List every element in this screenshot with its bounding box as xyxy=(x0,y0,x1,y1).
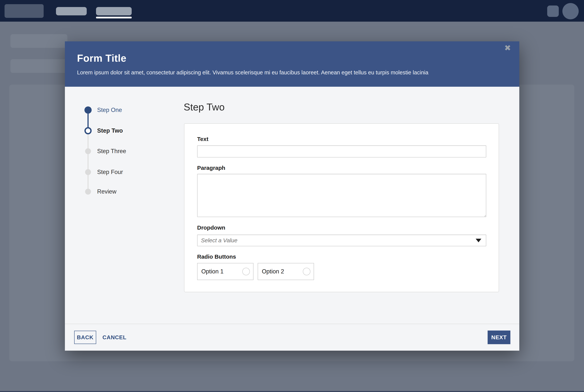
modal-footer: BACK CANCEL NEXT xyxy=(65,324,519,351)
paragraph-field-label: Paragraph xyxy=(197,165,225,171)
stepper-item-step-one[interactable]: Step One xyxy=(97,107,122,114)
radio-option-label: Option 2 xyxy=(262,268,303,275)
radio-option-label: Option 1 xyxy=(201,268,242,275)
modal-body: Step One Step Two Step Three Step Four R… xyxy=(65,87,519,324)
cancel-button[interactable]: CANCEL xyxy=(102,334,126,340)
paragraph-textarea[interactable] xyxy=(197,174,486,217)
stepper-item-step-four[interactable]: Step Four xyxy=(97,169,123,176)
step-dot-current[interactable] xyxy=(84,127,92,134)
form-wizard-modal: Form Title Lorem ipsum dolor sit amet, c… xyxy=(65,41,519,351)
nav-item-placeholder-active[interactable] xyxy=(96,7,132,15)
step-dot-upcoming[interactable] xyxy=(85,189,91,195)
dropdown-select[interactable]: Select a Value xyxy=(197,234,486,246)
close-icon[interactable]: ✖ xyxy=(504,44,511,52)
radio-group-label: Radio Buttons xyxy=(197,254,236,260)
stepper-item-review[interactable]: Review xyxy=(97,188,116,195)
stepper-item-step-three[interactable]: Step Three xyxy=(97,148,126,155)
app-switcher-icon[interactable] xyxy=(547,6,559,17)
radio-button-icon[interactable] xyxy=(242,268,250,275)
radio-group: Option 1 Option 2 xyxy=(197,263,314,280)
text-input[interactable] xyxy=(197,145,486,158)
step-dot-completed[interactable] xyxy=(84,106,92,114)
modal-title: Form Title xyxy=(77,52,126,64)
step-heading: Step Two xyxy=(184,101,225,113)
chevron-down-icon xyxy=(476,239,481,242)
radio-option-2[interactable]: Option 2 xyxy=(258,263,314,280)
back-button[interactable]: BACK xyxy=(74,331,96,344)
page-placeholder-block xyxy=(10,34,67,48)
text-field-label: Text xyxy=(197,136,208,142)
next-button[interactable]: NEXT xyxy=(488,330,510,344)
dropdown-field-label: Dropdown xyxy=(197,224,225,231)
avatar[interactable] xyxy=(562,3,579,19)
step-dot-upcoming[interactable] xyxy=(85,148,91,154)
modal-header: Form Title Lorem ipsum dolor sit amet, c… xyxy=(65,41,519,87)
modal-description: Lorem ipsum dolor sit amet, consectetur … xyxy=(77,70,494,76)
radio-button-icon[interactable] xyxy=(303,268,310,275)
stepper-item-step-two[interactable]: Step Two xyxy=(97,127,123,134)
radio-option-1[interactable]: Option 1 xyxy=(197,263,254,280)
dropdown-placeholder: Select a Value xyxy=(201,237,476,244)
app-screen: Form Title Lorem ipsum dolor sit amet, c… xyxy=(0,0,584,392)
form-card: Text Paragraph Dropdown Select a Value R… xyxy=(184,123,499,292)
wizard-stepper: Step One Step Two Step Three Step Four R… xyxy=(65,87,184,324)
nav-item-placeholder[interactable] xyxy=(56,7,87,15)
page-bottom-edge xyxy=(0,391,584,392)
active-tab-underline xyxy=(96,17,132,18)
top-navigation-bar xyxy=(0,0,584,22)
page-placeholder-block xyxy=(10,59,67,73)
step-dot-upcoming[interactable] xyxy=(85,169,91,175)
logo-placeholder xyxy=(4,4,44,18)
